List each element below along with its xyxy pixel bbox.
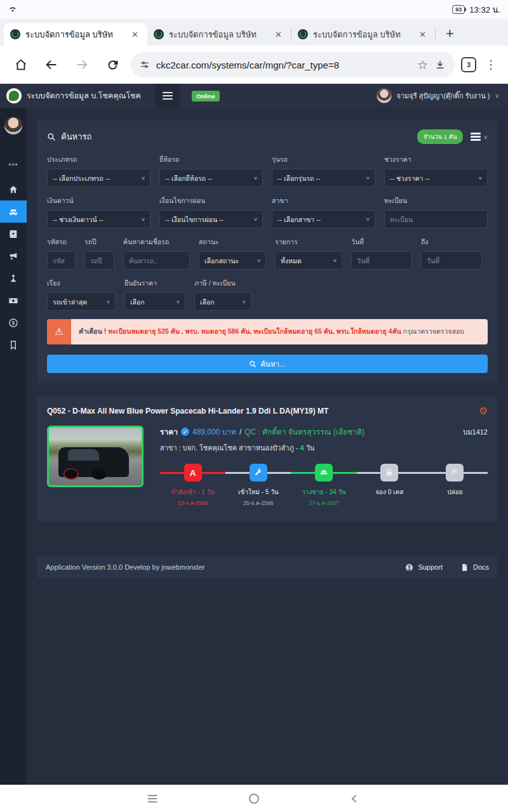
android-back-button[interactable]	[352, 794, 360, 802]
brand-select[interactable]: -- เลือกยี่ห้อรถ --	[159, 169, 263, 187]
fuel-pump-icon	[380, 464, 398, 481]
tab-1-active[interactable]: ระบบจัดการข้อมูล บริษัท ✕	[4, 23, 147, 46]
field-label: ยืนยันราคา	[124, 278, 185, 289]
list-type-select[interactable]: ทั้งหมด	[275, 251, 342, 270]
tax-select[interactable]: เลือก	[194, 292, 251, 311]
sidebar-item-cars[interactable]	[0, 200, 27, 223]
branch-days: 4	[300, 444, 304, 452]
wrench-icon	[250, 464, 267, 481]
sidebar-item-contacts[interactable]	[0, 223, 27, 245]
hamburger-icon	[163, 95, 173, 97]
tab-close-icon[interactable]: ✕	[272, 29, 284, 41]
sidebar-item-home[interactable]	[0, 178, 27, 200]
user-menu[interactable]: จามจุรี สุปัญญา(ตุ๊กติ๊ก รับงาน ) ∨	[377, 88, 508, 103]
field-label: วันที่	[351, 237, 412, 247]
tab-title: ระบบจัดการข้อมูล บริษัท	[25, 28, 124, 41]
battery-indicator: 93	[452, 5, 466, 14]
timeline-step-incoming: A กำลังเข้า - 1 วัน 23-ธ.ค-2566	[160, 464, 225, 508]
search-submit-button[interactable]: ค้นหา...	[47, 355, 488, 373]
car-year-input[interactable]	[84, 251, 114, 270]
timeline-step-booked: จอง 0 เคส	[357, 464, 422, 508]
sidebar-user-avatar[interactable]	[4, 117, 22, 134]
tab-close-icon[interactable]: ✕	[129, 29, 141, 41]
app-logo-icon	[6, 88, 22, 103]
tab-title: ระบบจัดการข้อมูล บริษัท	[313, 28, 411, 41]
result-count-badge: จำนวน 1 คัน	[417, 129, 464, 144]
browser-toolbar: ckc2car.com/systems/car/mgn/?car_type=8 …	[0, 46, 508, 84]
battery-percent: 93	[452, 5, 465, 14]
confirm-price-select[interactable]: เลือก	[124, 292, 185, 311]
back-button[interactable]	[39, 53, 64, 77]
tab-close-icon[interactable]: ✕	[417, 29, 429, 41]
docs-link[interactable]: Docs	[460, 563, 489, 572]
car-photo[interactable]	[47, 426, 144, 487]
new-tab-button[interactable]: +	[436, 25, 464, 46]
car-settings-gear-icon[interactable]: ⚙	[479, 405, 488, 417]
down-payment-select[interactable]: -- ช่วงเงินดาวน์ --	[47, 210, 150, 228]
price-label: ราคา	[160, 426, 178, 438]
car-code-input[interactable]	[47, 251, 76, 270]
date-to-input[interactable]	[421, 251, 482, 270]
browser-menu-button[interactable]: ⋮	[483, 58, 499, 72]
recents-button[interactable]	[148, 793, 157, 804]
warning-suffix: กรุณาตรวจตรวจสอบ	[403, 327, 464, 337]
sidebar-item-bookmarks[interactable]	[0, 334, 27, 356]
list-icon	[471, 136, 481, 138]
price-range-select[interactable]: -- ช่วงราคา --	[384, 169, 488, 187]
tab-2[interactable]: ระบบจัดการข้อมูล บริษัท ✕	[147, 23, 291, 46]
bookmark-star-icon[interactable]: ☆	[417, 58, 428, 72]
car-listing-card: Q052 - D-Max All New Blue Power Spacecab…	[37, 396, 498, 521]
search-icon	[47, 133, 56, 141]
wifi-icon	[8, 5, 18, 14]
forward-button[interactable]	[70, 53, 94, 77]
tab-switcher-button[interactable]: 3	[461, 57, 476, 72]
home-button[interactable]	[9, 53, 33, 77]
app-footer: Application Version 3.0.0 Develop by jnw…	[37, 556, 498, 579]
app-brand[interactable]: ระบบจัดการข้อมูล บ.โชคคุณโชค	[0, 88, 147, 103]
sidebar-toggle-button[interactable]	[155, 84, 180, 108]
sort-select[interactable]: รถเข้าล่าสุด	[47, 292, 116, 311]
tab-3[interactable]: ระบบจัดการข้อมูล บริษัท ✕	[291, 23, 435, 46]
person-pin-icon	[8, 273, 18, 284]
url-text[interactable]: ckc2car.com/systems/car/mgn/?car_type=8	[156, 60, 411, 70]
dollar-circle-icon	[8, 318, 18, 328]
sidebar-item-payments[interactable]	[0, 311, 27, 334]
field-label: รถปี	[84, 237, 114, 247]
url-bar[interactable]: ckc2car.com/systems/car/mgn/?car_type=8 …	[131, 52, 455, 77]
site-info-icon[interactable]	[140, 60, 150, 70]
checkered-flag-icon	[446, 464, 464, 481]
installment-select[interactable]: -- เงื่อนไขการผ่อน --	[159, 210, 263, 228]
search-panel-title: ค้นหารถ	[47, 130, 91, 143]
support-link[interactable]: Support	[405, 563, 443, 572]
app-title: ระบบจัดการข้อมูล บ.โชคคุณโชค	[27, 89, 141, 102]
branch-select[interactable]: -- เลือกสาขา --	[272, 210, 375, 228]
field-label: เงื่อนไขการผ่อน	[159, 195, 263, 206]
download-icon[interactable]	[434, 59, 446, 70]
android-home-button[interactable]	[249, 794, 259, 804]
timeline-step-for-sale: วางขาย - 34 วัน 27-ม.ค-2567	[291, 464, 356, 508]
sidebar-item-more[interactable]: •••	[0, 154, 27, 176]
plate-input[interactable]	[384, 210, 488, 228]
tab-title: ระบบจัดการข้อมูล บริษัท	[169, 28, 267, 41]
field-label: รุ่นรถ	[272, 154, 375, 165]
sidebar-item-finance[interactable]	[0, 289, 27, 311]
bookmark-icon	[8, 340, 18, 350]
search-panel: ค้นหารถ จำนวน 1 คัน ∨ ประเภทรถ -- เลือกป…	[37, 121, 498, 383]
car-title: Q052 - D-Max All New Blue Power Spacecab…	[47, 407, 328, 416]
car-type-select[interactable]: -- เลือกประเภทรถ --	[47, 169, 150, 187]
sidebar-item-agents[interactable]	[0, 267, 27, 289]
date-from-input[interactable]	[351, 251, 412, 270]
reload-button[interactable]	[100, 53, 124, 77]
timeline-step-released: ปล่อย	[422, 464, 488, 508]
status-timeline: A กำลังเข้า - 1 วัน 23-ธ.ค-2566 เข้าใหม่…	[160, 464, 488, 508]
clock: 13:32 น.	[469, 3, 500, 16]
car-name-input[interactable]	[123, 251, 190, 270]
branch-line: สาขา : บจก. โชคคุณโชค สาขาหนองบัวลำภู - …	[160, 442, 488, 454]
sidebar-item-marketing[interactable]	[0, 245, 27, 267]
status-select[interactable]: เลือกสถานะ	[199, 251, 266, 270]
main-content: ค้นหารถ จำนวน 1 คัน ∨ ประเภทรถ -- เลือกป…	[27, 108, 508, 785]
warning-icon: ⚠	[47, 319, 71, 344]
car-icon	[8, 207, 18, 217]
panel-options-button[interactable]: ∨	[471, 134, 488, 140]
model-select[interactable]: -- เลือกรุ่นรถ --	[272, 169, 375, 187]
